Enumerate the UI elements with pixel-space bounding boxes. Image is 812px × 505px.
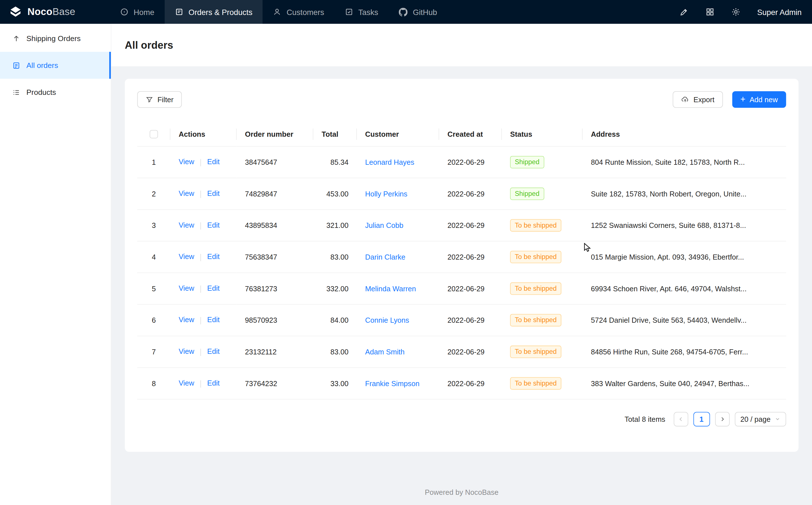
row-index-number: 8 <box>152 379 156 387</box>
row-actions-cell: ViewEdit <box>170 367 237 399</box>
status-cell: To be shipped <box>502 336 583 367</box>
row-index-cell: 7 <box>137 336 170 367</box>
row-actions-cell: ViewEdit <box>170 209 237 241</box>
list-icon <box>12 88 20 96</box>
edit-link[interactable]: Edit <box>207 252 220 261</box>
page-title: All orders <box>125 39 173 51</box>
grid-icon[interactable] <box>705 7 715 17</box>
customer-cell: Julian Cobb <box>357 209 439 241</box>
orders-table-body: 1 ViewEdit 38475647 85.34 Leonard Hayes … <box>137 146 786 399</box>
sidebar-item-label: All orders <box>26 61 58 69</box>
edit-link[interactable]: Edit <box>207 379 220 387</box>
column-header-actions: Actions <box>170 122 237 146</box>
created-at-cell: 2022-06-29 <box>439 273 502 304</box>
pen-icon[interactable] <box>680 7 689 17</box>
orders-card: Filter Export <box>125 79 798 452</box>
logo-text: NocoBase <box>27 6 75 18</box>
edit-link[interactable]: Edit <box>207 316 220 324</box>
customer-link[interactable]: Julian Cobb <box>365 221 403 229</box>
gear-icon[interactable] <box>731 7 741 17</box>
nav-item-home[interactable]: Home <box>110 0 165 24</box>
nav-item-label: Home <box>133 8 154 16</box>
status-badge: To be shipped <box>510 314 561 326</box>
status-cell: Shipped <box>502 146 583 178</box>
address-cell: 5724 Daniel Drive, Suite 563, 54403, Wen… <box>582 304 786 336</box>
customer-cell: Holly Perkins <box>357 178 439 209</box>
edit-link[interactable]: Edit <box>207 189 220 198</box>
view-link[interactable]: View <box>179 252 194 261</box>
nav-item-label: Tasks <box>358 8 378 16</box>
edit-link[interactable]: Edit <box>207 221 220 229</box>
edit-link[interactable]: Edit <box>207 284 220 293</box>
customer-link[interactable]: Connie Lyons <box>365 316 409 324</box>
customer-link[interactable]: Frankie Simpson <box>365 379 419 387</box>
divider <box>201 222 201 229</box>
customers-icon <box>273 8 281 16</box>
status-cell: To be shipped <box>502 367 583 399</box>
orders-icon <box>12 61 20 69</box>
edit-link[interactable]: Edit <box>207 158 220 166</box>
order-number-cell: 43895834 <box>237 209 313 241</box>
divider <box>201 348 201 356</box>
nav-item-label: GitHub <box>413 8 437 16</box>
customer-cell: Connie Lyons <box>357 304 439 336</box>
status-badge: Shipped <box>510 156 544 168</box>
status-badge: To be shipped <box>510 250 561 263</box>
main-nav: Home Orders & Products Customers <box>110 0 447 24</box>
add-new-button[interactable]: + Add new <box>732 91 786 108</box>
edit-link[interactable]: Edit <box>207 347 220 356</box>
nav-item-github[interactable]: GitHub <box>388 0 447 24</box>
address-cell: 69934 Schoen River, Apt. 646, 49704, Wal… <box>582 273 786 304</box>
view-link[interactable]: View <box>179 347 194 356</box>
divider <box>201 159 201 166</box>
created-at-cell: 2022-06-29 <box>439 241 502 273</box>
customer-link[interactable]: Melinda Warren <box>365 284 416 293</box>
customer-link[interactable]: Adam Smith <box>365 347 404 356</box>
customer-link[interactable]: Darin Clarke <box>365 252 405 261</box>
select-all-checkbox[interactable] <box>150 130 158 138</box>
page-size-select[interactable]: 20 / page <box>735 411 786 426</box>
nav-item-customers[interactable]: Customers <box>263 0 335 24</box>
customer-link[interactable]: Leonard Hayes <box>365 158 414 166</box>
nocobase-logo[interactable]: NocoBase <box>0 0 110 24</box>
pagination-page-1[interactable]: 1 <box>693 411 710 426</box>
navbar-actions: Super Admin <box>669 0 812 24</box>
table-row: 1 ViewEdit 38475647 85.34 Leonard Hayes … <box>137 146 786 178</box>
row-index-cell: 3 <box>137 209 170 241</box>
orders-table: Actions Order number Total Customer Crea… <box>137 122 786 399</box>
user-menu[interactable]: Super Admin <box>757 8 802 16</box>
divider <box>201 380 201 387</box>
pagination-prev-button[interactable] <box>673 411 688 426</box>
add-new-button-label: Add new <box>750 96 778 104</box>
address-cell: 804 Runte Mission, Suite 182, 15783, Nor… <box>582 146 786 178</box>
divider <box>201 190 201 198</box>
view-link[interactable]: View <box>179 189 194 198</box>
view-link[interactable]: View <box>179 158 194 166</box>
status-cell: To be shipped <box>502 209 583 241</box>
pagination-next-button[interactable] <box>715 411 729 426</box>
row-index-number: 6 <box>152 316 156 324</box>
row-index-number: 1 <box>152 158 156 166</box>
filter-button[interactable]: Filter <box>137 91 182 108</box>
view-link[interactable]: View <box>179 221 194 229</box>
customer-link[interactable]: Holly Perkins <box>365 189 408 198</box>
view-link[interactable]: View <box>179 379 194 387</box>
status-cell: Shipped <box>502 178 583 209</box>
row-index-number: 3 <box>152 221 156 229</box>
plus-icon: + <box>741 95 746 104</box>
main-area: All orders Filter <box>111 24 812 505</box>
sidebar-item-products[interactable]: Products <box>0 79 111 106</box>
sidebar-item-all-orders[interactable]: All orders <box>0 52 111 79</box>
layout: Shipping Orders All orders <box>0 24 812 505</box>
nav-item-tasks[interactable]: Tasks <box>334 0 388 24</box>
nav-item-orders-products[interactable]: Orders & Products <box>165 0 263 24</box>
view-link[interactable]: View <box>179 284 194 293</box>
status-badge: To be shipped <box>510 282 561 295</box>
sidebar-item-shipping-orders[interactable]: Shipping Orders <box>0 25 111 52</box>
export-button[interactable]: Export <box>673 91 723 108</box>
order-number-cell: 74829847 <box>237 178 313 209</box>
view-link[interactable]: View <box>179 316 194 324</box>
top-navbar: NocoBase Home Orders & Products <box>0 0 812 24</box>
table-row: 2 ViewEdit 74829847 453.00 Holly Perkins… <box>137 178 786 209</box>
status-badge: To be shipped <box>510 377 561 389</box>
